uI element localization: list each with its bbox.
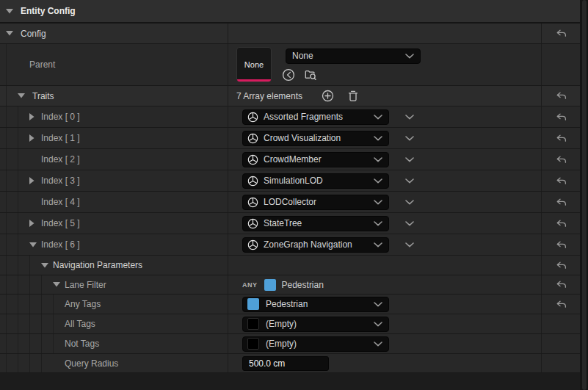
lane-filter-tag: Pedestrian — [282, 280, 324, 290]
scrollbar-thumb[interactable] — [582, 0, 587, 390]
chevron-down-icon[interactable] — [29, 242, 41, 248]
reset-to-default-icon[interactable] — [556, 220, 567, 228]
mass-trait-icon — [247, 154, 258, 165]
chevron-down-icon[interactable] — [41, 263, 53, 268]
reset-to-default-icon[interactable] — [556, 113, 567, 121]
trait-2-combobox[interactable]: CrowdMember — [242, 152, 389, 167]
navigation-parameters-label: Navigation Parameters — [53, 260, 142, 270]
chevron-down-icon — [405, 242, 414, 248]
tag-color-swatch — [264, 279, 276, 291]
folder-search-icon — [305, 69, 316, 81]
chevron-right-icon[interactable] — [29, 113, 41, 120]
not-tags-row: Not Tags (Empty) — [0, 334, 580, 354]
reset-to-default-icon[interactable] — [556, 134, 567, 142]
reset-to-default-icon[interactable] — [556, 300, 567, 308]
lane-filter-summary: ANY Pedestrian — [242, 279, 324, 291]
index-4-reset[interactable] — [542, 192, 580, 212]
trash-icon — [348, 90, 358, 102]
not-tags-label: Not Tags — [65, 339, 99, 349]
chevron-down-icon[interactable] — [6, 9, 18, 14]
circle-left-arrow-icon — [282, 68, 295, 82]
chevron-down-icon — [405, 54, 414, 59]
traits-value-cell: 7 Array elements — [228, 86, 541, 106]
config-reset[interactable] — [542, 24, 580, 43]
index-5-reset[interactable] — [542, 213, 580, 234]
chevron-down-icon[interactable] — [6, 31, 18, 36]
index-3-reset[interactable] — [542, 170, 580, 191]
index-0-reset[interactable] — [542, 106, 580, 127]
trait-2-options-button[interactable] — [401, 157, 418, 162]
mass-trait-icon — [247, 218, 258, 229]
any-tags-row: Any Tags Pedestrian — [0, 295, 580, 314]
parent-value-cell: None None — [228, 44, 541, 85]
reset-to-default-icon[interactable] — [556, 241, 567, 249]
trait-0-options-button[interactable] — [401, 115, 418, 120]
navigation-parameters-row[interactable]: Navigation Parameters — [0, 256, 580, 275]
query-radius-input[interactable] — [242, 356, 329, 371]
table-row: Index [ 5 ] StateTree — [0, 213, 580, 234]
index-3-label: Index [ 3 ] — [41, 176, 80, 186]
config-category-row[interactable]: Config — [0, 24, 580, 44]
panel-empty-area — [0, 373, 580, 390]
navigation-parameters-reset[interactable] — [542, 256, 580, 275]
reset-to-default-icon[interactable] — [556, 198, 567, 206]
any-tags-reset[interactable] — [542, 295, 580, 314]
index-1-reset[interactable] — [542, 128, 580, 148]
config-label-cell[interactable]: Config — [0, 24, 228, 43]
use-selected-asset-button[interactable] — [281, 68, 296, 82]
trait-0-value: Assorted Fragments — [264, 112, 343, 122]
trait-6-combobox[interactable]: ZoneGraph Navigation — [242, 237, 389, 253]
chevron-down-icon[interactable] — [18, 93, 29, 98]
match-mode-badge: ANY — [242, 281, 258, 289]
browse-to-asset-button[interactable] — [303, 68, 318, 82]
index-6-reset[interactable] — [542, 234, 580, 255]
tag-color-swatch — [247, 298, 259, 310]
trait-5-options-button[interactable] — [401, 221, 418, 226]
trait-1-combobox[interactable]: Crowd Visualization — [242, 131, 389, 146]
trait-3-value: SimulationLOD — [264, 176, 323, 186]
parent-label: Parent — [29, 59, 55, 70]
chevron-right-icon[interactable] — [29, 134, 41, 142]
traits-label-cell[interactable]: Traits — [0, 86, 228, 106]
chevron-down-icon — [374, 136, 382, 141]
lane-filter-row[interactable]: Lane Filter ANY Pedestrian — [0, 275, 580, 295]
trait-4-combobox[interactable]: LODCollector — [242, 195, 389, 210]
scrollbar-track[interactable] — [580, 0, 588, 390]
reset-to-default-icon[interactable] — [556, 261, 567, 270]
chevron-right-icon[interactable] — [29, 220, 41, 227]
all-tags-row: All Tags (Empty) — [0, 314, 580, 334]
add-array-element-button[interactable] — [320, 90, 335, 103]
lane-filter-reset[interactable] — [542, 275, 580, 294]
not-tags-combobox[interactable]: (Empty) — [242, 336, 389, 352]
any-tags-value: Pedestrian — [266, 299, 308, 309]
trait-4-options-button[interactable] — [401, 200, 418, 205]
trait-6-options-button[interactable] — [401, 242, 418, 248]
traits-category-row[interactable]: Traits 7 Array elements — [0, 86, 580, 106]
chevron-down-icon[interactable] — [53, 282, 65, 287]
trait-1-options-button[interactable] — [401, 136, 418, 141]
all-tags-combobox[interactable]: (Empty) — [242, 317, 389, 332]
chevron-right-icon[interactable] — [29, 177, 41, 184]
trait-3-options-button[interactable] — [401, 178, 418, 184]
any-tags-combobox[interactable]: Pedestrian — [242, 297, 389, 312]
traits-reset[interactable] — [542, 86, 580, 106]
reset-to-default-icon[interactable] — [556, 29, 567, 37]
delete-array-elements-button[interactable] — [346, 90, 360, 103]
trait-0-combobox[interactable]: Assorted Fragments — [242, 109, 389, 125]
chevron-down-icon — [374, 302, 382, 307]
reset-to-default-icon[interactable] — [556, 281, 567, 289]
reset-to-default-icon[interactable] — [556, 156, 567, 164]
index-2-reset[interactable] — [542, 149, 580, 170]
trait-5-combobox[interactable]: StateTree — [242, 216, 389, 231]
reset-to-default-icon[interactable] — [556, 177, 567, 185]
index-0-label: Index [ 0 ] — [41, 112, 80, 122]
array-count-text: 7 Array elements — [236, 91, 302, 101]
entity-config-header[interactable]: Entity Config — [0, 0, 580, 24]
mass-trait-icon — [247, 197, 258, 208]
trait-3-combobox[interactable]: SimulationLOD — [242, 173, 389, 189]
parent-asset-thumbnail[interactable]: None — [236, 47, 272, 82]
chevron-down-icon — [374, 157, 382, 162]
reset-to-default-icon[interactable] — [556, 92, 567, 100]
parent-asset-combobox[interactable]: None — [286, 48, 421, 64]
index-6-label: Index [ 6 ] — [41, 239, 80, 250]
